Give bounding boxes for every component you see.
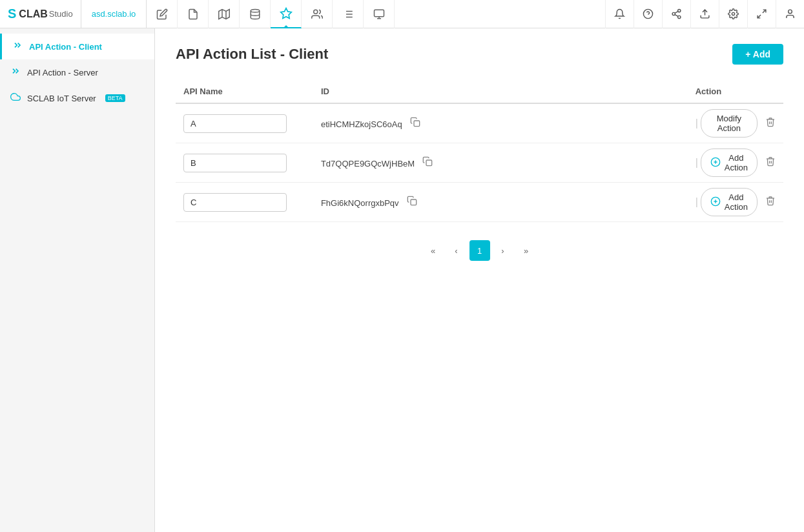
- domain-label: asd.sclab.io: [81, 0, 147, 28]
- edit-nav-icon[interactable]: [147, 0, 178, 28]
- separator: |: [696, 196, 698, 208]
- action-column: |Add Action: [696, 188, 776, 216]
- modify-action-button[interactable]: Modify Action: [701, 109, 758, 138]
- action-button-label: Modify Action: [710, 114, 748, 133]
- main-layout: API Action - Client API Action - Server …: [0, 28, 804, 532]
- sidebar-item-api-server[interactable]: API Action - Server: [0, 59, 154, 85]
- api-id-cell: FhGi6kNQorrgxbPqv: [313, 183, 688, 222]
- api-action-cell: |Add Action: [688, 143, 783, 183]
- file-nav-icon[interactable]: [178, 0, 209, 28]
- current-page-button[interactable]: 1: [469, 240, 490, 261]
- api-name-cell: [176, 143, 313, 183]
- action-column: |Modify Action: [696, 109, 776, 138]
- api-action-cell: |Add Action: [688, 183, 783, 222]
- prev-page-button[interactable]: ‹: [446, 240, 467, 261]
- share-icon[interactable]: [662, 0, 690, 28]
- pagination: « ‹ 1 › »: [176, 240, 783, 261]
- sidebar-item-label: API Action - Client: [29, 42, 102, 52]
- svg-marker-0: [219, 9, 230, 19]
- sidebar-item-iot-server[interactable]: SCLAB IoT Server BETA: [0, 85, 154, 111]
- add-action-button[interactable]: Add Action: [701, 188, 758, 216]
- separator: |: [696, 118, 698, 129]
- table-row: FhGi6kNQorrgxbPqv|Add Action: [176, 183, 783, 222]
- iot-server-icon: [10, 92, 21, 105]
- copy-icon[interactable]: [410, 118, 420, 129]
- table-row: Td7QQPE9GQcWjHBeM|Add Action: [176, 143, 783, 183]
- sidebar-item-api-server-label: API Action - Server: [27, 68, 98, 77]
- svg-point-18: [672, 12, 675, 15]
- first-page-button[interactable]: «: [423, 240, 444, 261]
- api-table: API Name ID Action etiHCMHZkojSC6oAq|Mod…: [176, 80, 783, 222]
- api-action-cell: |Modify Action: [688, 103, 783, 143]
- map-nav-icon[interactable]: [209, 0, 240, 28]
- help-icon[interactable]: [634, 0, 662, 28]
- copy-icon[interactable]: [407, 197, 417, 208]
- col-header-action: Action: [688, 80, 783, 103]
- col-header-id: ID: [313, 80, 688, 103]
- logo-clab: CLAB: [19, 8, 47, 20]
- next-page-button[interactable]: ›: [493, 240, 513, 261]
- svg-rect-27: [414, 121, 420, 127]
- api-name-cell: [176, 183, 313, 222]
- delete-icon[interactable]: [765, 196, 776, 209]
- copy-icon[interactable]: [422, 158, 433, 169]
- api-name-input[interactable]: [183, 193, 287, 212]
- database-nav-icon[interactable]: [240, 0, 271, 28]
- table-header-row: API Name ID Action: [176, 80, 783, 103]
- svg-marker-4: [280, 8, 291, 18]
- svg-line-24: [763, 10, 766, 13]
- nav-icons: [147, 0, 395, 28]
- plus-circle-icon: [710, 196, 721, 209]
- svg-rect-12: [374, 10, 384, 17]
- sidebar-item-api-client[interactable]: API Action - Client: [0, 34, 154, 59]
- api-id-cell: Td7QQPE9GQcWjHBeM: [313, 143, 688, 183]
- api-id-value: Td7QQPE9GQcWjHBeM: [321, 159, 415, 169]
- logo-studio: Studio: [49, 9, 73, 19]
- svg-point-26: [789, 10, 792, 14]
- bell-icon[interactable]: [605, 0, 634, 28]
- action-button-label: Add Action: [725, 153, 748, 172]
- last-page-button[interactable]: »: [516, 240, 537, 261]
- svg-point-19: [678, 15, 681, 18]
- svg-rect-28: [426, 160, 432, 166]
- svg-point-23: [732, 12, 734, 15]
- list-nav-icon[interactable]: [333, 0, 364, 28]
- svg-line-20: [675, 15, 678, 17]
- users-nav-icon[interactable]: [302, 0, 333, 28]
- table-row: etiHCMHZkojSC6oAq|Modify Action: [176, 103, 783, 143]
- add-action-button[interactable]: Add Action: [701, 148, 758, 177]
- api-id-value: etiHCMHZkojSC6oAq: [321, 119, 402, 129]
- content-area: API Action List - Client + Add API Name …: [155, 28, 804, 532]
- expand-icon[interactable]: [747, 0, 776, 28]
- api-id-value: FhGi6kNQorrgxbPqv: [321, 198, 399, 208]
- api-server-icon: [10, 66, 21, 79]
- api-id-cell: etiHCMHZkojSC6oAq: [313, 103, 688, 143]
- upload-icon[interactable]: [690, 0, 719, 28]
- plus-circle-icon: [710, 157, 721, 169]
- delete-icon[interactable]: [765, 117, 776, 130]
- sidebar: API Action - Client API Action - Server …: [0, 28, 155, 532]
- api-nav-icon[interactable]: [271, 0, 302, 28]
- page-title: API Action List - Client: [176, 46, 328, 63]
- sidebar-item-iot-label: SCLAB IoT Server: [27, 94, 96, 103]
- api-name-input[interactable]: [183, 154, 287, 172]
- topbar: S CLAB Studio asd.sclab.io: [0, 0, 804, 28]
- api-name-cell: [176, 103, 313, 143]
- settings-icon[interactable]: [719, 0, 747, 28]
- logo-area: S CLAB Studio: [0, 0, 81, 28]
- display-nav-icon[interactable]: [364, 0, 395, 28]
- content-header: API Action List - Client + Add: [176, 44, 783, 65]
- svg-point-5: [314, 10, 318, 14]
- action-column: |Add Action: [696, 148, 776, 177]
- delete-icon[interactable]: [765, 156, 776, 169]
- add-button[interactable]: + Add: [732, 44, 783, 65]
- user-account-icon[interactable]: [776, 0, 804, 28]
- separator: |: [696, 157, 698, 169]
- api-name-input[interactable]: [183, 114, 287, 133]
- svg-rect-32: [411, 200, 417, 205]
- api-client-icon: [12, 40, 23, 53]
- action-button-label: Add Action: [725, 192, 748, 212]
- logo-s-icon: S: [8, 6, 16, 21]
- right-icons: [605, 0, 804, 28]
- svg-point-17: [678, 9, 681, 12]
